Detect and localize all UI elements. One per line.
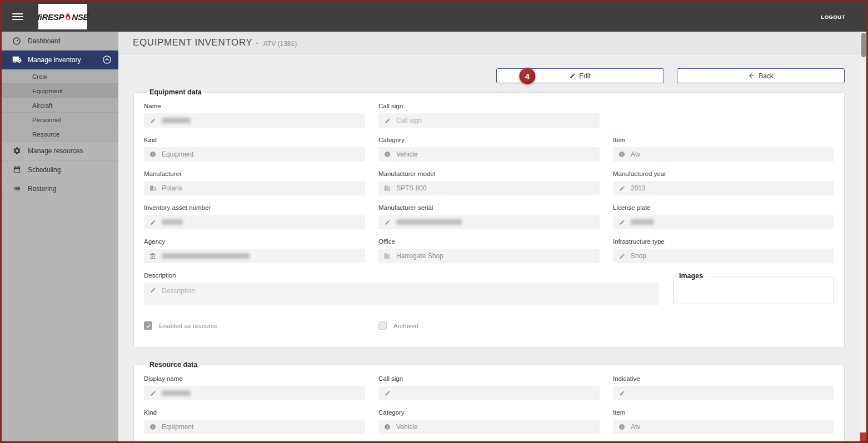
info-icon [149, 151, 157, 158]
building-icon [149, 185, 157, 192]
manufacturer-value: Polaris [162, 184, 182, 192]
vertical-scrollbar[interactable] [860, 32, 866, 441]
sidebar-item-dashboard[interactable]: Dashboard [2, 32, 118, 51]
pencil-icon [570, 73, 576, 79]
hamburger-menu-icon[interactable] [12, 12, 23, 22]
edit-button[interactable]: 4 Edit [496, 68, 664, 83]
list-icon [11, 184, 23, 193]
manufactured-year-label: Manufactured year [613, 170, 834, 177]
field-resource-kind: Kind Equipment [144, 409, 365, 434]
resource-data-legend: Resource data [147, 361, 200, 369]
field-manufacturer-model: Manufacturer model SPTS 800 [378, 170, 600, 195]
gear-icon [11, 147, 23, 155]
enabled-as-resource-checkbox[interactable] [144, 321, 152, 330]
resource-item-field: Atv [613, 420, 834, 434]
sidebar-subitem-label: Aircraft [32, 102, 52, 109]
images-section: Images [673, 272, 834, 304]
inventory-truck-icon [11, 55, 23, 64]
field-office: Office Harrogate Shop [378, 238, 600, 263]
redacted-value [162, 118, 191, 123]
resource-category-label: Category [378, 409, 600, 416]
sidebar-item-label: Rostering [28, 185, 56, 193]
pencil-icon [618, 219, 626, 225]
field-license-plate: License plate [613, 204, 834, 229]
field-agency: Agency [144, 238, 365, 263]
info-icon [618, 151, 626, 158]
page-subtitle: ATV (1381) [263, 38, 297, 48]
calendar-icon [11, 165, 23, 174]
infrastructure-type-value: Shop [631, 252, 646, 260]
manufactured-year-field: 2013 [613, 181, 834, 195]
manufacturer-model-field: SPTS 800 [378, 181, 600, 195]
category-value: Vehicle [396, 150, 418, 158]
enabled-as-resource-checkbox-row[interactable]: Enabled as resource [144, 321, 365, 330]
manufacturer-model-value: SPTS 800 [396, 184, 427, 192]
pencil-icon [618, 390, 626, 396]
field-infrastructure-type: Infrastructure type Shop [613, 238, 834, 263]
back-button[interactable]: Back [677, 68, 845, 83]
logout-button[interactable]: LOGOUT [821, 14, 845, 20]
page-header: EQUIPMENT INVENTORY - ATV (1381) [118, 32, 860, 54]
pencil-icon [149, 219, 157, 225]
sidebar-subitem-label: Equipment [32, 88, 63, 94]
info-icon [618, 424, 626, 430]
sidebar-item-scheduling[interactable]: Scheduling [2, 160, 118, 179]
indicative-label: Indicative [613, 375, 834, 382]
main-area: EQUIPMENT INVENTORY - ATV (1381) 4 Edit … [118, 32, 860, 441]
infrastructure-type-field: Shop [613, 249, 834, 263]
building-icon [383, 253, 391, 259]
sidebar-item-manage-resources[interactable]: Manage resources [2, 142, 118, 160]
field-display-name: Display name [144, 375, 365, 400]
infrastructure-type-label: Infrastructure type [613, 238, 834, 245]
kind-field: Equipment [144, 147, 365, 162]
sidebar-subitem-aircraft[interactable]: Aircraft [2, 98, 118, 113]
field-description: Description Description [144, 272, 659, 305]
sidebar-subitem-crew[interactable]: Crew [2, 69, 118, 84]
license-plate-label: License plate [613, 204, 834, 211]
call-sign-label: Call sign [378, 103, 600, 109]
resource-item-value: Atv [631, 423, 640, 431]
sidebar-subitem-resource[interactable]: Resource [2, 127, 118, 142]
scrollbar-thumb[interactable] [861, 33, 866, 57]
field-resource-category: Category Vehicle [378, 409, 600, 434]
info-icon [383, 151, 391, 158]
sidebar-item-label: Manage resources [28, 147, 83, 155]
name-label: Name [144, 103, 365, 109]
info-icon [149, 424, 157, 430]
flame-icon [64, 12, 71, 22]
sidebar-item-rostering[interactable]: Rostering [2, 179, 118, 198]
inventory-asset-number-label: Inventory asset number [144, 204, 365, 211]
sidebar-subitem-equipment[interactable]: Equipment [2, 84, 118, 98]
info-icon [383, 424, 391, 430]
field-item: Item Atv [613, 137, 834, 162]
app-logo: fiRESP NSE [38, 4, 87, 29]
field-manufacturer-serial: Manufacturer serial [378, 204, 600, 229]
pencil-icon [383, 219, 391, 225]
description-field: Description [144, 283, 659, 305]
office-field: Harrogate Shop [378, 249, 600, 263]
field-resource-item: Item Atv [613, 409, 834, 434]
field-resource-call-sign: Call sign [378, 375, 600, 400]
chevron-up-circle-icon[interactable] [102, 55, 112, 64]
description-placeholder: Description [162, 287, 195, 295]
scrollbar-corner-marker [860, 432, 867, 441]
sidebar-item-manage-inventory[interactable]: Manage inventory [2, 51, 118, 69]
action-button-row: 4 Edit Back [133, 68, 845, 83]
manufacturer-field: Polaris [144, 181, 365, 195]
sidebar-subitem-personnel[interactable]: Personnel [2, 113, 118, 127]
dashboard-gauge-icon [11, 37, 23, 46]
display-name-field [144, 386, 365, 400]
resource-category-value: Vehicle [396, 423, 418, 431]
category-field: Vehicle [378, 147, 600, 162]
pencil-icon [149, 287, 157, 293]
sidebar-subitem-label: Personnel [32, 117, 61, 123]
logo-text: fiRESP NSE [37, 12, 88, 22]
equipment-data-section: Equipment data Name Call sign [133, 88, 845, 348]
call-sign-placeholder: Call sign [396, 117, 422, 124]
redacted-value [162, 390, 191, 396]
archived-checkbox-row[interactable]: Archived [378, 321, 600, 330]
display-name-label: Display name [144, 375, 365, 382]
resource-data-section: Resource data Display name Call sign [133, 361, 845, 441]
archived-checkbox[interactable] [378, 321, 387, 330]
category-label: Category [378, 137, 600, 143]
